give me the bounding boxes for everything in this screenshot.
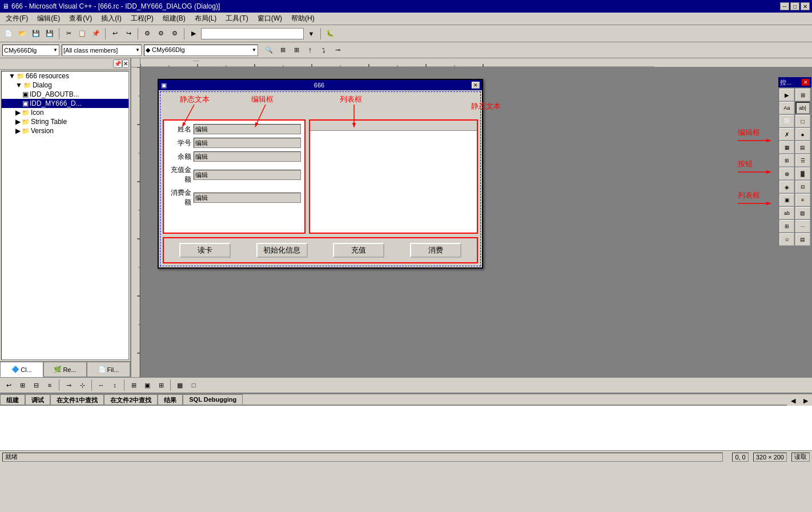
function-combo[interactable]: ◆ CMy666Dlg ▼ [144, 45, 258, 56]
input-expense[interactable]: 编辑 [194, 193, 301, 203]
tool-button[interactable]: □ [795, 115, 810, 127]
close-button[interactable]: ✕ [801, 2, 810, 10]
bottom-tool-7[interactable]: ↔ [95, 379, 107, 391]
tree-dialog-folder[interactable]: ▼ 📁 Dialog [2, 81, 128, 90]
save-all-button[interactable]: 💾 [43, 27, 56, 40]
tab-file[interactable]: 📄 Fil... [87, 362, 130, 377]
tool-more[interactable]: ··· [795, 220, 810, 233]
debug-button[interactable]: 🐛 [324, 27, 336, 40]
tool-custom[interactable]: ▨ [795, 207, 810, 219]
design-canvas[interactable]: ▣ 666 ✕ 静态文本 编辑框 列表框 [140, 67, 812, 377]
run-button[interactable]: ▶ [187, 27, 200, 40]
find-arrow[interactable]: ▼ [305, 27, 317, 40]
tool-datetime[interactable]: ⊞ [779, 220, 794, 233]
output-scroll-right[interactable]: ▶ [799, 394, 812, 407]
tool-static[interactable]: Aa [779, 102, 794, 114]
tool-slider[interactable]: ◈ [779, 181, 794, 193]
paste-button[interactable]: 📌 [90, 27, 102, 40]
navigate-btn-2[interactable]: ⊞ [276, 44, 289, 57]
output-scroll-left[interactable]: ◀ [787, 394, 799, 407]
copy-button[interactable]: 📋 [76, 27, 89, 40]
menu-edit[interactable]: 编辑(E) [34, 13, 63, 25]
menu-layout[interactable]: 布局(L) [191, 13, 220, 25]
navigate-btn-4[interactable]: ! [304, 44, 316, 57]
tool-edit[interactable]: ab| [795, 102, 810, 114]
navigate-btn-3[interactable]: ⊞ [290, 44, 303, 57]
tool-tree[interactable]: ▣ [779, 194, 794, 206]
bottom-tool-1[interactable]: ↩ [2, 379, 15, 391]
build-btn-3[interactable]: ⚙ [168, 27, 181, 40]
tool-picture[interactable]: ⊞ [795, 89, 810, 101]
tool-tab[interactable]: ≡ [795, 194, 810, 206]
panel-close-button[interactable]: ✕ [122, 59, 129, 68]
tool-vscroll[interactable]: ☰ [795, 154, 810, 167]
bottom-tool-8[interactable]: ↕ [108, 379, 121, 391]
class-combo[interactable]: CMy666Dlg ▼ [2, 45, 59, 56]
tool-radio[interactable]: ● [795, 128, 810, 141]
bottom-tool-10[interactable]: ▣ [141, 379, 154, 391]
tool-syslink[interactable]: ☺ [779, 233, 794, 246]
input-balance[interactable]: 编辑 [194, 151, 301, 162]
tool-pointer[interactable]: ▶ [779, 89, 794, 101]
menu-window[interactable]: 窗口(W) [254, 13, 286, 25]
menu-project[interactable]: 工程(P) [127, 13, 157, 25]
tool-split[interactable]: ▤ [795, 233, 810, 246]
bottom-tool-4[interactable]: ≡ [43, 379, 56, 391]
navigate-btn-5[interactable]: ⤵ [317, 44, 330, 57]
tool-check[interactable]: ✗ [779, 128, 794, 141]
members-combo[interactable]: [All class members] ▼ [62, 45, 142, 56]
bottom-tool-6[interactable]: ⊹ [76, 379, 89, 391]
tree-about-dlg[interactable]: ▣ IDD_ABOUTB... [2, 90, 128, 99]
redo-button[interactable]: ↪ [122, 27, 135, 40]
tool-hotkey[interactable]: ⊟ [795, 181, 810, 193]
panel-pin-button[interactable]: 📌 [113, 59, 122, 68]
tool-hscroll[interactable]: ⊞ [779, 154, 794, 167]
tab-find2[interactable]: 在文件2中查找 [104, 394, 158, 405]
tree-root[interactable]: ▼ 📁 666 resources [2, 71, 128, 81]
navigate-btn-6[interactable]: ⊸ [331, 44, 344, 57]
bottom-tool-3[interactable]: ⊟ [30, 379, 42, 391]
input-id[interactable]: 编辑 [194, 138, 301, 148]
tool-groupbox[interactable]: ⬜ [779, 115, 794, 127]
undo-button[interactable]: ↩ [108, 27, 121, 40]
menu-tools[interactable]: 工具(T) [222, 13, 251, 25]
list-panel[interactable] [309, 119, 478, 234]
resource-tree[interactable]: ▼ 📁 666 resources ▼ 📁 Dialog ▣ IDD_ABOUT… [1, 71, 129, 360]
toolbox-close-button[interactable]: ✕ [802, 79, 810, 86]
build-btn-2[interactable]: ⚙ [155, 27, 167, 40]
tool-combo[interactable]: ▦ [779, 141, 794, 154]
menu-build[interactable]: 组建(B) [159, 13, 189, 25]
bottom-tool-12[interactable]: ▦ [174, 379, 186, 391]
tab-sql[interactable]: SQL Debugging [183, 394, 243, 405]
tool-richedit[interactable]: ab [779, 207, 794, 219]
find-combo[interactable] [201, 28, 304, 39]
menu-help[interactable]: 帮助(H) [288, 13, 318, 25]
bottom-tool-5[interactable]: ⊸ [62, 379, 75, 391]
tab-class[interactable]: 🔷 Cl... [0, 362, 43, 377]
bottom-tool-2[interactable]: ⊞ [16, 379, 29, 391]
new-button[interactable]: 📄 [2, 27, 15, 40]
menu-insert[interactable]: 插入(I) [98, 13, 124, 25]
menu-view[interactable]: 查看(V) [66, 13, 95, 25]
minimize-button[interactable]: ─ [780, 2, 789, 10]
btn-topup[interactable]: 充值 [333, 243, 384, 258]
maximize-button[interactable]: □ [790, 2, 799, 10]
tab-find1[interactable]: 在文件1中查找 [50, 394, 104, 405]
bottom-tool-9[interactable]: ⊞ [127, 379, 140, 391]
tab-result[interactable]: 结果 [158, 394, 183, 405]
cut-button[interactable]: ✂ [62, 27, 75, 40]
tree-my666-dlg[interactable]: ▣ IDD_MY666_D... [2, 99, 128, 108]
input-topup[interactable]: 编辑 [194, 170, 301, 180]
bottom-tool-11[interactable]: ⊞ [155, 379, 167, 391]
navigate-btn-1[interactable]: 🔍 [263, 44, 275, 57]
btn-init-info[interactable]: 初始化信息 [256, 243, 308, 258]
input-name[interactable]: 编辑 [194, 124, 301, 134]
tab-resource[interactable]: 🌿 Re... [43, 362, 87, 377]
tab-debug[interactable]: 调试 [25, 394, 50, 405]
open-button[interactable]: 📂 [16, 27, 29, 40]
btn-consume[interactable]: 消费 [410, 243, 461, 258]
tree-stringtable-folder[interactable]: ▶ 📁 String Table [2, 117, 128, 126]
tab-build[interactable]: 组建 [0, 394, 25, 405]
btn-read-card[interactable]: 读卡 [179, 243, 231, 258]
dialog-close-button[interactable]: ✕ [472, 82, 480, 89]
